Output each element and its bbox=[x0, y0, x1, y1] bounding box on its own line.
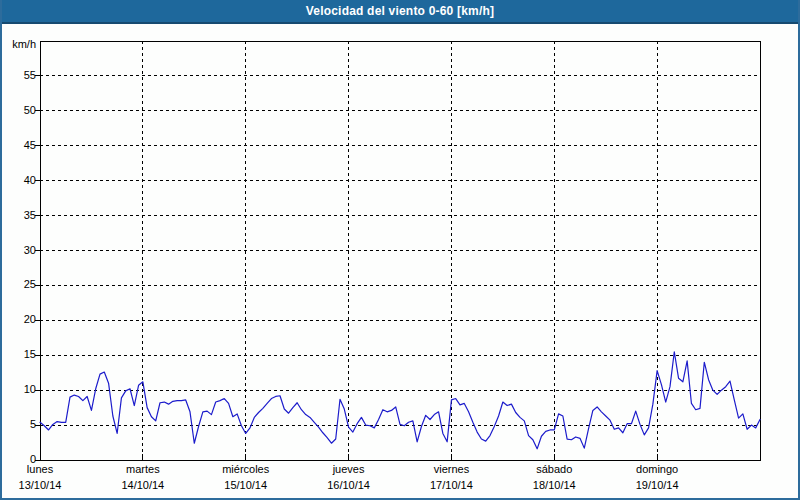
y-tick-label: 10 bbox=[2, 383, 36, 396]
x-date-label: 16/10/14 bbox=[304, 479, 394, 492]
x-date-label: 15/10/14 bbox=[201, 479, 291, 492]
y-axis-unit-label: km/h bbox=[2, 38, 36, 50]
y-tick-label: 35 bbox=[2, 209, 36, 222]
x-day-label: sábado bbox=[509, 463, 599, 476]
y-tick-label: 15 bbox=[2, 348, 36, 361]
x-day-label: lunes bbox=[0, 463, 85, 476]
wind-speed-chart bbox=[0, 0, 800, 500]
y-tick-label: 45 bbox=[2, 139, 36, 152]
x-day-label: domingo bbox=[612, 463, 702, 476]
y-tick-label: 55 bbox=[2, 69, 36, 82]
x-date-label: 13/10/14 bbox=[0, 479, 85, 492]
y-tick-label: 30 bbox=[2, 244, 36, 257]
x-day-label: miércoles bbox=[201, 463, 291, 476]
x-date-label: 19/10/14 bbox=[612, 479, 702, 492]
y-tick-label: 50 bbox=[2, 104, 36, 117]
y-tick-label: 20 bbox=[2, 313, 36, 326]
x-day-label: viernes bbox=[406, 463, 496, 476]
x-day-label: martes bbox=[98, 463, 188, 476]
x-day-label: jueves bbox=[304, 463, 394, 476]
wind-speed-line bbox=[40, 352, 760, 449]
x-date-label: 18/10/14 bbox=[509, 479, 599, 492]
y-tick-label: 5 bbox=[2, 418, 36, 431]
y-tick-label: 40 bbox=[2, 174, 36, 187]
x-date-label: 17/10/14 bbox=[406, 479, 496, 492]
wind-speed-chart-window: Velocidad del viento 0-60 [km/h] km/h 05… bbox=[0, 0, 800, 500]
y-tick-label: 25 bbox=[2, 278, 36, 291]
x-date-label: 14/10/14 bbox=[98, 479, 188, 492]
